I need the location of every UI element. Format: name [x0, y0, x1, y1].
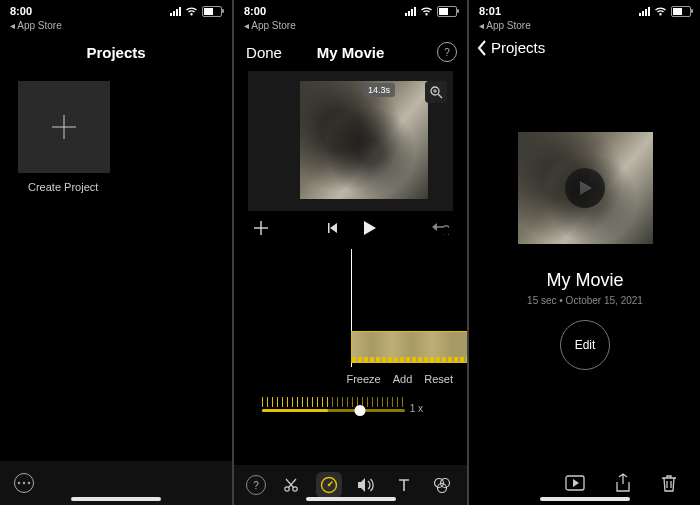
undo-button[interactable]: [431, 221, 449, 235]
zoom-icon: [430, 86, 443, 99]
status-time: 8:01: [479, 5, 501, 17]
back-to-app[interactable]: ◂ App Store: [0, 20, 232, 33]
back-button[interactable]: Projects: [469, 33, 553, 62]
status-bar: 8:00: [0, 0, 232, 20]
undo-icon: [431, 221, 449, 235]
help-icon: ?: [253, 480, 259, 491]
project-title: My Movie: [469, 270, 700, 291]
volume-icon: [357, 477, 375, 493]
project-thumbnail[interactable]: [518, 132, 653, 244]
play-overlay[interactable]: [565, 168, 605, 208]
text-icon: [397, 478, 411, 492]
preview-image: [300, 81, 428, 199]
svg-point-0: [18, 482, 20, 484]
battery-icon: [202, 6, 222, 17]
play-icon: [577, 180, 593, 196]
done-button[interactable]: Done: [244, 44, 284, 61]
freeze-button[interactable]: Freeze: [346, 373, 380, 385]
cut-tool[interactable]: [278, 472, 304, 498]
share-button[interactable]: [615, 473, 631, 493]
speed-tool[interactable]: [316, 472, 342, 498]
status-bar: 8:00: [234, 0, 467, 20]
home-indicator[interactable]: [306, 497, 396, 501]
battery-icon: [671, 6, 691, 17]
clip-waveform: [352, 357, 468, 362]
speed-add-button[interactable]: Add: [393, 373, 413, 385]
phone-project-detail: 8:01 ◂ App Store Projects My Movie 15 se…: [469, 0, 700, 505]
play-icon: [361, 220, 377, 236]
text-tool[interactable]: [391, 472, 417, 498]
phone-editor: 8:00 ◂ App Store Done My Movie ? 14.3s: [234, 0, 467, 505]
filters-tool[interactable]: [429, 472, 455, 498]
speedometer-icon: [320, 476, 338, 494]
chevron-left-icon: [477, 40, 487, 56]
back-to-app[interactable]: ◂ App Store: [469, 20, 700, 33]
play-rect-icon: [565, 475, 585, 491]
filters-icon: [433, 477, 451, 493]
signal-icon: [170, 7, 181, 16]
create-project-label: Create Project: [28, 181, 232, 193]
skip-start-icon: [325, 221, 339, 235]
wifi-icon: [185, 6, 198, 16]
svg-point-1: [23, 482, 25, 484]
preview-panel: 14.3s: [248, 71, 453, 211]
help-icon: ?: [444, 47, 450, 58]
preview-timestamp: 14.3s: [363, 83, 395, 97]
timeline[interactable]: [234, 249, 467, 367]
nav-bar: Done My Movie ?: [234, 33, 467, 71]
status-bar: 8:01: [469, 0, 700, 20]
svg-point-2: [28, 482, 30, 484]
share-icon: [615, 473, 631, 493]
status-time: 8:00: [244, 5, 266, 17]
help-button[interactable]: ?: [437, 42, 457, 62]
page-title: Projects: [0, 44, 232, 61]
home-indicator[interactable]: [540, 497, 630, 501]
battery-icon: [437, 6, 457, 17]
phone-projects-list: 8:00 ◂ App Store Projects Create Project: [0, 0, 232, 505]
signal-icon: [405, 7, 416, 16]
reset-button[interactable]: Reset: [424, 373, 453, 385]
delete-button[interactable]: [661, 474, 677, 492]
back-to-app[interactable]: ◂ App Store: [234, 20, 467, 33]
play-button[interactable]: [361, 220, 377, 236]
speed-multiplier: 1 x: [410, 403, 423, 414]
preview-notch: [344, 210, 358, 217]
skip-start-button[interactable]: [325, 221, 339, 235]
nav-bar: Projects: [0, 33, 232, 71]
speed-actions: Freeze Add Reset: [234, 367, 467, 387]
home-indicator[interactable]: [71, 497, 161, 501]
speed-track: [262, 409, 405, 412]
zoom-button[interactable]: [425, 81, 447, 103]
speed-knob[interactable]: [354, 405, 365, 416]
speed-ticks: [262, 397, 405, 407]
editor-help-button[interactable]: ?: [246, 475, 266, 495]
speed-slider[interactable]: 1 x: [244, 387, 457, 423]
volume-tool[interactable]: [353, 472, 379, 498]
play-video-button[interactable]: [565, 475, 585, 491]
status-time: 8:00: [10, 5, 32, 17]
project-meta: 15 sec • October 15, 2021: [469, 295, 700, 306]
create-project-button[interactable]: [18, 81, 110, 173]
plus-icon: [252, 219, 270, 237]
signal-icon: [639, 7, 650, 16]
scissors-icon: [283, 477, 299, 493]
edit-button[interactable]: Edit: [560, 320, 610, 370]
clip[interactable]: [351, 331, 468, 363]
trash-icon: [661, 474, 677, 492]
more-icon: [17, 481, 31, 485]
wifi-icon: [654, 6, 667, 16]
more-button[interactable]: [14, 473, 34, 493]
add-media-button[interactable]: [252, 219, 270, 237]
svg-point-7: [327, 484, 330, 487]
plus-icon: [49, 112, 79, 142]
back-label: Projects: [491, 39, 545, 56]
wifi-icon: [420, 6, 433, 16]
